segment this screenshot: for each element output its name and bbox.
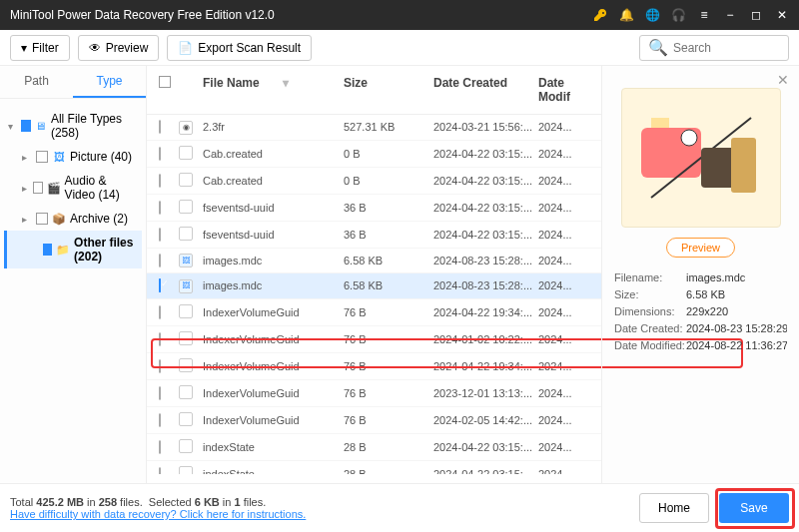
file-icon [179,173,193,187]
file-icon [179,146,193,160]
file-icon [179,412,193,426]
checkbox[interactable] [21,120,32,132]
tree-root[interactable]: ▾ 🖥 All File Types (258) [4,107,142,145]
table-row[interactable]: IndexerVolumeGuid 76 B 2024-02-05 14:42:… [147,407,601,434]
tree-item-archive[interactable]: ▸ 📦 Archive (2) [4,207,142,231]
tree-item-picture[interactable]: ▸ 🖼 Picture (40) [4,145,142,169]
chevron-right-icon: ▸ [22,183,29,194]
cell-name: IndexerVolumeGuid [199,333,344,345]
cell-created: 2024-04-22 19:34:... [433,306,538,318]
cell-size: 6.58 KB [344,279,433,291]
help-link[interactable]: Have difficulty with data recovery? Clic… [10,508,306,520]
cell-name: 2.3fr [199,121,344,133]
thumbnail [621,88,781,228]
row-checkbox[interactable] [159,467,161,475]
export-button[interactable]: 📄Export Scan Result [167,35,312,61]
checkbox[interactable] [36,213,48,225]
cell-name: fseventsd-uuid [199,229,344,241]
table-row[interactable]: IndexerVolumeGuid 76 B 2024-04-22 19:34:… [147,353,601,380]
svg-rect-2 [651,118,669,128]
tab-type[interactable]: Type [73,66,146,98]
table-row[interactable]: IndexerVolumeGuid 76 B 2024-01-02 10:22:… [147,326,601,353]
table-row[interactable]: ◉ 2.3fr 527.31 KB 2024-03-21 15:56:... 2… [147,115,601,141]
cell-modified: 2024... [538,441,593,453]
preview-detail-button[interactable]: Preview [666,238,735,258]
maximize-icon[interactable]: ◻ [749,8,763,22]
cell-modified: 2024... [538,229,593,241]
table-row[interactable]: Cab.created 0 B 2024-04-22 03:15:... 202… [147,168,601,195]
home-button[interactable]: Home [639,493,709,523]
file-icon [179,358,193,372]
detail-row: Size:6.58 KB [614,288,787,300]
bell-icon[interactable]: 🔔 [619,8,633,22]
cell-size: 28 B [344,441,433,453]
col-modified[interactable]: Date Modif [538,76,593,104]
filter-button[interactable]: ▾Filter [10,35,70,61]
tab-path[interactable]: Path [0,66,73,98]
select-all-checkbox[interactable] [159,76,171,88]
col-filename[interactable]: File Name ▾ [199,76,344,104]
search-box[interactable]: 🔍 [639,35,789,61]
key-icon[interactable] [593,8,607,22]
row-checkbox[interactable] [159,147,161,161]
globe-icon[interactable]: 🌐 [645,8,659,22]
row-checkbox[interactable] [159,413,161,427]
table-row[interactable]: indexState 28 B 2024-04-22 03:15:... 202… [147,434,601,461]
monitor-icon: 🖥 [35,119,47,133]
filter-icon: ▾ [21,41,27,55]
row-checkbox[interactable] [159,174,161,188]
headphone-icon[interactable]: 🎧 [671,8,685,22]
cell-modified: 2024... [538,387,593,399]
row-checkbox[interactable] [159,359,161,373]
cell-modified: 2024... [538,121,593,133]
cell-modified: 2024... [538,279,593,291]
cell-created: 2024-08-23 15:28:... [433,279,538,291]
save-button[interactable]: Save [719,493,789,523]
cell-size: 76 B [344,306,433,318]
minimize-icon[interactable]: − [723,8,737,22]
table-row[interactable]: indexState 28 B 2024-04-22 03:15:... 202… [147,461,601,475]
table-row[interactable]: IndexerVolumeGuid 76 B 2023-12-01 13:13:… [147,380,601,407]
cell-size: 36 B [344,202,433,214]
checkbox[interactable] [36,151,48,163]
footer: Total 425.2 MB in 258 files. Selected 6 … [0,483,799,532]
archive-icon: 📦 [52,212,66,226]
tree-item-audio-video[interactable]: ▸ 🎬 Audio & Video (14) [4,169,142,207]
table-row[interactable]: 🖼 images.mdc 6.58 KB 2024-08-23 15:28:..… [147,273,601,299]
table-row[interactable]: IndexerVolumeGuid 76 B 2024-04-22 19:34:… [147,299,601,326]
cell-created: 2024-04-22 19:34:... [433,360,538,372]
file-icon [179,439,193,453]
col-created[interactable]: Date Created [433,76,538,104]
file-icon: ◉ [179,121,193,135]
cell-created: 2024-04-22 03:15:... [433,175,538,187]
sidebar: Path Type ▾ 🖥 All File Types (258) ▸ 🖼 P… [0,66,147,483]
table-row[interactable]: 🖼 images.mdc 6.58 KB 2024-08-23 15:28:..… [147,249,601,274]
tree-item-other[interactable]: 📁 Other files (202) [4,231,142,268]
row-checkbox[interactable] [159,440,161,454]
search-input[interactable] [673,41,780,55]
row-checkbox[interactable] [159,278,161,292]
menu-icon[interactable]: ≡ [697,8,711,22]
row-checkbox[interactable] [159,254,161,267]
table-row[interactable]: fseventsd-uuid 36 B 2024-04-22 03:15:...… [147,222,601,249]
picture-icon: 🖼 [52,150,66,164]
row-checkbox[interactable] [159,120,161,134]
table-row[interactable]: Cab.created 0 B 2024-04-22 03:15:... 202… [147,141,601,168]
row-checkbox[interactable] [159,305,161,319]
close-detail-icon[interactable]: ✕ [777,72,789,88]
row-checkbox[interactable] [159,386,161,400]
file-icon: 🖼 [179,254,193,267]
table-row[interactable]: fseventsd-uuid 36 B 2024-04-22 03:15:...… [147,195,601,222]
cell-modified: 2024... [538,202,593,214]
preview-button[interactable]: 👁Preview [78,35,160,61]
row-checkbox[interactable] [159,228,161,242]
cell-modified: 2024... [538,306,593,318]
checkbox[interactable] [33,182,42,194]
checkbox[interactable] [43,244,52,256]
row-checkbox[interactable] [159,201,161,215]
col-size[interactable]: Size [344,76,433,104]
file-icon: 🖼 [179,279,193,293]
close-icon[interactable]: ✕ [775,8,789,22]
file-icon [179,331,193,345]
row-checkbox[interactable] [159,332,161,346]
